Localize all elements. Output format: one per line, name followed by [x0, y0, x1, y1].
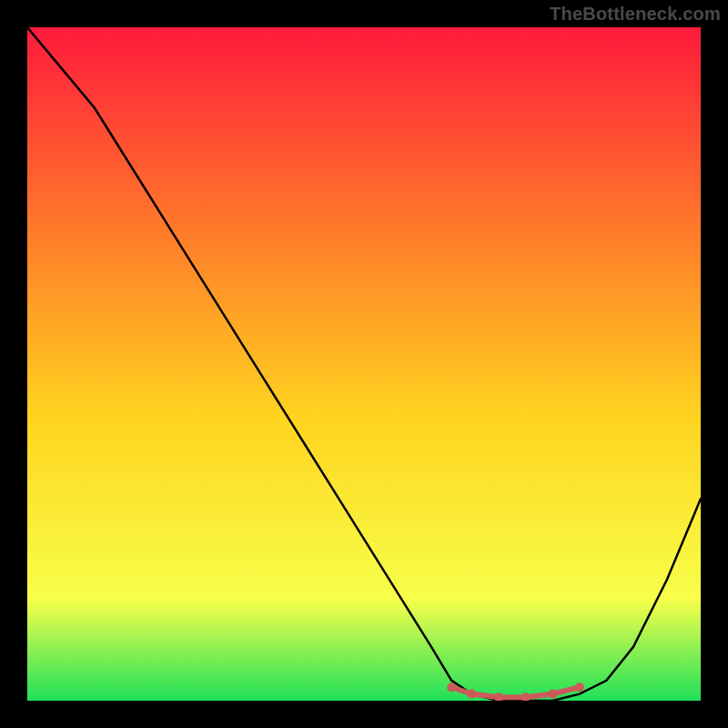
plot-area: [27, 27, 701, 701]
marker-dot: [548, 690, 557, 699]
chart-svg: [27, 27, 701, 701]
marker-dot: [447, 682, 456, 692]
chart-frame: TheBottleneck.com: [0, 0, 728, 728]
gradient-background: [27, 27, 701, 701]
marker-dot: [467, 690, 476, 699]
watermark-text: TheBottleneck.com: [550, 4, 721, 25]
marker-dot: [575, 682, 584, 692]
